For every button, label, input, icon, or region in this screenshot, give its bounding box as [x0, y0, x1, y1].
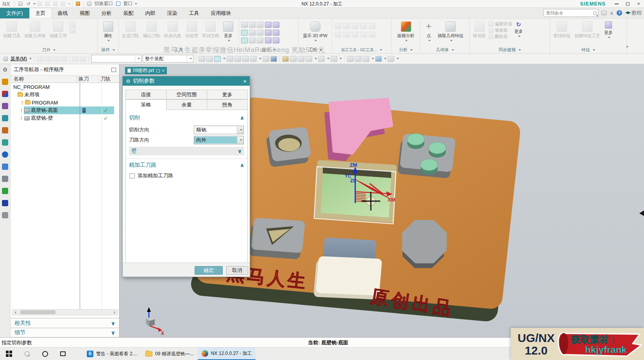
- minimize-ribbon-icon[interactable]: ∧: [610, 10, 614, 16]
- toolpath-display-icon[interactable]: [273, 30, 279, 36]
- cut-icon[interactable]: [36, 1, 43, 7]
- tutorial-button[interactable]: 教程: [625, 9, 642, 16]
- group-label-operations[interactable]: 工序: [119, 47, 239, 53]
- dropdown-icon[interactable]: [372, 58, 374, 59]
- gc-tool-icon[interactable]: [343, 23, 350, 29]
- show-3d-ipw-button[interactable]: 显示 3D IPW: [300, 20, 331, 43]
- tree-row-program[interactable]: !PROGRAM: [11, 99, 119, 106]
- point-button[interactable]: +点: [422, 20, 435, 43]
- selection-scope-combo[interactable]: 整个装配: [143, 55, 193, 63]
- undo-dropdown-icon[interactable]: [33, 3, 36, 5]
- web-browser-icon[interactable]: [2, 151, 8, 158]
- section-details[interactable]: 细节∨: [11, 328, 119, 337]
- tree-row-floor-mill[interactable]: !底壁铣-底面 ✓: [11, 106, 119, 114]
- ok-button[interactable]: 确定: [195, 266, 223, 275]
- repeat-dropdown-icon[interactable]: [68, 3, 70, 5]
- restore-button[interactable]: [622, 0, 633, 7]
- dropdown-icon[interactable]: [223, 58, 225, 59]
- cut-direction-combo[interactable]: 顺铣: [194, 126, 244, 134]
- dialog-tab-containment[interactable]: 空间范围: [166, 90, 207, 99]
- group-label-gc-tools[interactable]: 加工工具 - GC工具...: [332, 47, 391, 53]
- switch-window-button[interactable]: 切换窗口: [94, 0, 113, 7]
- tab-application[interactable]: 应用模块: [205, 8, 237, 18]
- machine-simulation-button[interactable]: 机床仿真: [163, 20, 183, 40]
- tab-close-icon[interactable]: ×: [162, 68, 165, 74]
- task-view-button[interactable]: [54, 347, 72, 360]
- create-operation-button[interactable]: 创建工序: [48, 20, 68, 40]
- dropdown-icon[interactable]: [397, 58, 399, 59]
- process-studio-icon[interactable]: [2, 176, 8, 182]
- dropdown-button[interactable]: [237, 126, 243, 134]
- add-finish-passes-checkbox[interactable]: [130, 173, 135, 178]
- selection-icon[interactable]: [206, 56, 213, 62]
- history-icon[interactable]: [2, 164, 8, 170]
- selection-icon[interactable]: [227, 56, 233, 62]
- group-label-workpiece[interactable]: 工件: [299, 47, 332, 53]
- tab-render[interactable]: 渲染: [161, 8, 183, 18]
- create-geometry-button[interactable]: 创建几何体: [23, 20, 47, 40]
- selection-icon[interactable]: [234, 56, 241, 62]
- scroll-thumb[interactable]: [20, 310, 55, 314]
- dialog-tab-stock[interactable]: 余量: [166, 99, 207, 110]
- group-label-synchronous[interactable]: 同步建模: [470, 47, 550, 53]
- command-search-input[interactable]: [545, 10, 593, 16]
- dialog-tab-more[interactable]: 更多: [207, 90, 248, 99]
- part-navigator-icon[interactable]: [2, 103, 8, 109]
- gc-tool-icon[interactable]: [343, 32, 350, 38]
- view-icon[interactable]: [318, 56, 325, 62]
- group-label-feature[interactable]: 特征: [550, 47, 626, 53]
- window-menu-button[interactable]: 窗口: [123, 0, 132, 7]
- touch-mode-icon[interactable]: [74, 1, 81, 7]
- snap-icon[interactable]: [45, 56, 51, 62]
- view-icon[interactable]: [375, 56, 382, 62]
- selection-icon[interactable]: [242, 56, 249, 62]
- cortana-button[interactable]: [36, 347, 54, 360]
- display-option-icon[interactable]: [257, 38, 263, 43]
- selection-icon[interactable]: [199, 56, 205, 62]
- tab-file[interactable]: 文件(F): [0, 8, 29, 18]
- taskbar-search-button[interactable]: [18, 347, 36, 360]
- constraint-navigator-icon[interactable]: [2, 91, 8, 97]
- gc-tool-icon[interactable]: [352, 23, 358, 29]
- display-option-icon[interactable]: [249, 30, 256, 36]
- ribbon-options-icon[interactable]: [626, 46, 628, 48]
- assembly-navigator-icon[interactable]: [2, 79, 8, 85]
- tree-row-nc-program[interactable]: NC_PROGRAM: [11, 83, 119, 91]
- tab-internal[interactable]: 内部: [140, 8, 161, 18]
- operations-more-button[interactable]: 更多: [222, 20, 235, 43]
- cylinder-top[interactable]: [420, 159, 438, 171]
- dialog-tab-corners[interactable]: 拐角: [207, 99, 248, 110]
- scroll-right-icon[interactable]: ›: [111, 310, 118, 315]
- start-button[interactable]: [0, 347, 18, 360]
- repeat-icon[interactable]: [59, 1, 66, 7]
- toolpath-display-icon[interactable]: [265, 38, 272, 43]
- view-icon[interactable]: [331, 56, 337, 62]
- selection-icon[interactable]: [250, 56, 257, 62]
- expand-icon[interactable]: ∨: [238, 148, 242, 154]
- gc-tool-icon[interactable]: [369, 23, 376, 29]
- collapse-icon[interactable]: ∧: [240, 115, 244, 121]
- view-icon[interactable]: [363, 56, 369, 62]
- tab-view[interactable]: 视图: [74, 8, 96, 18]
- generate-toolpath-button[interactable]: 生成刀轨: [120, 20, 141, 40]
- snap-icon[interactable]: [80, 56, 86, 62]
- view-icon[interactable]: [355, 56, 361, 62]
- shop-docs-button[interactable]: 车间文档: [200, 20, 221, 40]
- view-icon[interactable]: [347, 56, 354, 62]
- taskbar-app-nx[interactable]: NX 12.0.0.27 - 加工: [198, 347, 256, 360]
- snap-icon[interactable]: [52, 56, 59, 62]
- gc-tool-icon[interactable]: [335, 32, 341, 38]
- group-label-insert[interactable]: 刀片: [0, 47, 97, 53]
- create-tool-button[interactable]: 创建刀具: [2, 20, 22, 40]
- wcs-triad[interactable]: X: [146, 307, 164, 336]
- reuse-library-icon[interactable]: [2, 115, 8, 121]
- part-tab[interactable]: 09图档.prt ×: [125, 67, 167, 74]
- view-icon[interactable]: [282, 56, 289, 62]
- section-cutting[interactable]: 切削 ∧: [126, 113, 247, 122]
- create-feature-process-button[interactable]: 创建特征工艺: [573, 20, 602, 40]
- column-toolpath[interactable]: 刀轨: [98, 76, 118, 83]
- gear-icon[interactable]: ⚙: [3, 67, 8, 73]
- replace-face-button[interactable]: 替换面: [488, 27, 512, 33]
- tab-assembly[interactable]: 装配: [118, 8, 140, 18]
- view-palette-icon[interactable]: [2, 127, 8, 133]
